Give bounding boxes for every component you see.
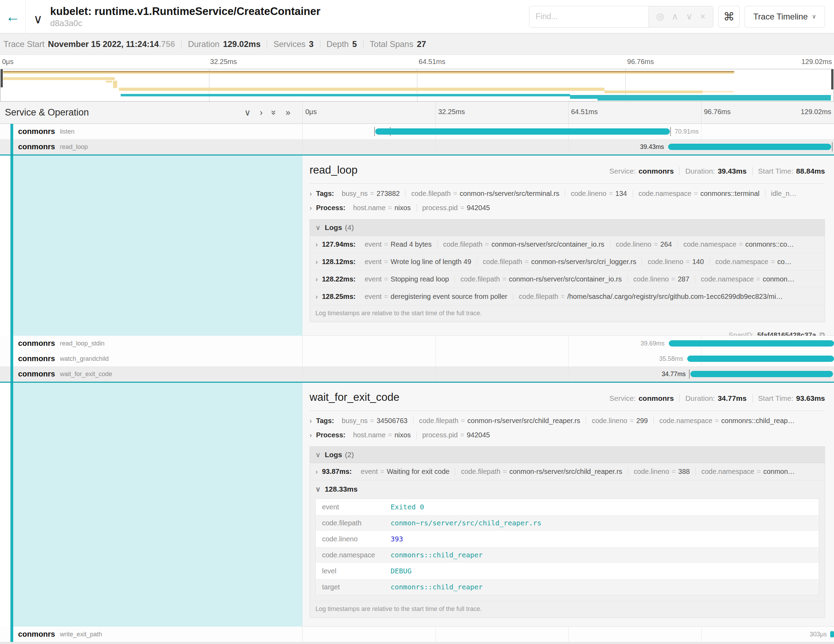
find-prev-icon[interactable]: ∧ — [672, 11, 678, 22]
process-label: Process: — [316, 204, 346, 212]
duration-value: 129.02ms — [223, 39, 260, 49]
service-name: conmonrs — [18, 339, 55, 348]
operation-name: wait_for_exit_code — [60, 371, 112, 378]
find-next-icon[interactable]: ∨ — [686, 11, 692, 22]
minimap-gridline — [417, 69, 417, 101]
span-color-accent — [10, 139, 13, 154]
span-name-cell[interactable]: conmonrs listen — [0, 124, 302, 139]
collapse-all-icon[interactable]: » — [270, 110, 279, 115]
span-timeline-cell[interactable]: 35.58ms — [302, 351, 834, 366]
span-bar[interactable] — [687, 356, 834, 362]
logs-header[interactable]: ∨ Logs (2) — [310, 447, 824, 463]
tags-row[interactable]: › Tags: busy_ns=273882code.filepath=conm… — [310, 186, 825, 201]
expanded-log-header[interactable]: ∨ 128.33ms — [310, 480, 824, 498]
span-timeline-cell[interactable]: 34.77ms — [302, 366, 834, 382]
span-duration: 303μs — [810, 631, 827, 638]
kv-item: code.namespace=conmon… — [695, 468, 800, 476]
operation-name: read_loop — [60, 143, 88, 150]
trace-minimap[interactable] — [0, 69, 834, 102]
span-row-wait-for-exit-code[interactable]: conmonrs wait_for_exit_code 34.77ms — [0, 366, 834, 382]
kv-item: code.filepath=conmon-rs/server/src/child… — [413, 417, 586, 425]
tags-label: Tags: — [316, 417, 334, 425]
kv-item: event=Read 4 bytes — [359, 240, 437, 248]
service-operation-title: Service & Operation — [5, 107, 89, 118]
view-select[interactable]: Trace Timeline ∨ — [745, 6, 825, 28]
span-timeline-cell[interactable]: 303μs — [302, 626, 834, 642]
log-entry[interactable]: › 93.87ms: event=Waiting for exit codeco… — [310, 463, 824, 480]
find-target-icon[interactable]: ◎ — [656, 11, 664, 22]
log-entry[interactable]: › 128.22ms: event=Stopping read loopcode… — [310, 270, 824, 288]
tick-label: 129.02ms — [801, 58, 832, 66]
field-value: conmon−rs/server/src/child_reaper.rs — [391, 519, 541, 527]
back-button[interactable]: ← — [0, 0, 26, 33]
chevron-right-icon: › — [310, 417, 312, 425]
field-key: target — [316, 583, 391, 591]
span-name-cell[interactable]: conmonrs wait_for_exit_code — [0, 366, 302, 382]
process-row[interactable]: › Process: host.name=nixosprocess.pid=94… — [310, 428, 825, 442]
service-value: conmonrs — [638, 167, 674, 175]
trace-id: d8a3a0c — [50, 18, 320, 28]
span-name-cell[interactable]: conmonrs read_loop — [0, 139, 302, 154]
span-bar[interactable] — [668, 144, 831, 150]
divider — [752, 394, 753, 403]
span-bar[interactable] — [375, 128, 670, 135]
gridline — [568, 626, 569, 642]
timeline-tick-header: 0μs 32.25ms 64.51ms 96.76ms 129.02ms — [302, 102, 834, 123]
tags-row[interactable]: › Tags: busy_ns=34506763code.filepath=co… — [310, 414, 825, 428]
span-row-listen[interactable]: conmonrs listen 70.91ms — [0, 124, 834, 139]
span-name-cell[interactable]: conmonrs write_exit_path — [0, 626, 302, 642]
minimap-right-handle[interactable] — [831, 69, 833, 89]
span-bar[interactable] — [690, 371, 833, 377]
timeline-column-header: Service & Operation ∨ › » » 0μs 32.25ms … — [0, 102, 834, 124]
log-timestamp: 128.33ms — [325, 485, 358, 494]
duration-label: Duration: — [685, 394, 715, 403]
logs-header[interactable]: ∨ Logs (4) — [310, 220, 824, 236]
span-row-write-exit-path[interactable]: conmonrs write_exit_path 303μs — [0, 626, 834, 642]
span-timeline-cell[interactable]: 39.69ms — [302, 336, 834, 351]
keyboard-shortcuts-button[interactable]: ⌘ — [718, 6, 740, 28]
kv-item: host.name=nixos — [348, 204, 416, 212]
chevron-right-icon: › — [315, 293, 318, 301]
find-clear-icon[interactable]: × — [700, 11, 705, 22]
table-row: code.namespace conmonrs::child_reaper — [316, 547, 819, 563]
expand-all-icon[interactable]: » — [286, 108, 290, 117]
trace-summary-bar: Trace Start November 15 2022, 11:24:14.7… — [0, 33, 834, 55]
span-row-watch-grandchild[interactable]: conmonrs watch_grandchild 35.58ms — [0, 351, 834, 366]
service-name: conmonrs — [18, 369, 55, 379]
log-timestamp: 93.87ms: — [322, 468, 352, 476]
span-timeline-cell[interactable]: 70.91ms — [302, 124, 834, 139]
span-row-read-loop[interactable]: conmonrs read_loop 39.43ms — [0, 139, 834, 154]
duration-label: Duration: — [685, 167, 715, 175]
span-name-cell[interactable]: conmonrs watch_grandchild — [0, 351, 302, 366]
span-bar[interactable] — [669, 340, 834, 346]
span-bar[interactable] — [830, 631, 834, 638]
divider — [679, 167, 680, 175]
log-timestamp: 127.94ms: — [322, 240, 356, 248]
span-row-read-loop-stdin[interactable]: conmonrs read_loop_stdin 39.69ms — [0, 336, 834, 351]
trace-title-block: kubelet: runtime.v1.RuntimeService/Creat… — [50, 5, 320, 28]
collapse-controls: ∨ › » » — [244, 108, 297, 117]
expand-one-icon[interactable]: › — [260, 108, 263, 117]
log-entry[interactable]: › 128.12ms: event=Wrote log line of leng… — [310, 253, 824, 270]
gridline — [568, 336, 569, 351]
span-name-cell[interactable]: conmonrs read_loop_stdin — [0, 336, 302, 351]
collapse-one-icon[interactable]: ∨ — [244, 108, 251, 117]
process-row[interactable]: › Process: host.name=nixosprocess.pid=94… — [310, 201, 825, 215]
log-marker — [689, 369, 690, 379]
span-duration: 39.43ms — [640, 143, 664, 150]
tick-label: 96.76ms — [627, 58, 654, 66]
duration-label: Duration — [188, 39, 220, 49]
tick-label: 32.25ms — [210, 58, 237, 66]
span-timeline-cell[interactable]: 39.43ms — [302, 139, 834, 154]
chevron-right-icon: › — [310, 189, 312, 197]
trace-collapse-toggle-icon[interactable]: ∨ — [33, 12, 42, 26]
divider — [320, 40, 320, 49]
find-input[interactable] — [529, 6, 648, 27]
divider — [310, 183, 825, 184]
log-entry[interactable]: › 128.25ms: event=deregistering event so… — [310, 288, 824, 305]
partial-next-row — [0, 642, 834, 644]
minimap-left-handle[interactable] — [1, 69, 3, 87]
jaeger-trace-view: ← ∨ kubelet: runtime.v1.RuntimeService/C… — [0, 0, 834, 644]
field-key: code.namespace — [316, 551, 391, 559]
log-entry[interactable]: › 127.94ms: event=Read 4 bytescode.filep… — [310, 236, 824, 253]
